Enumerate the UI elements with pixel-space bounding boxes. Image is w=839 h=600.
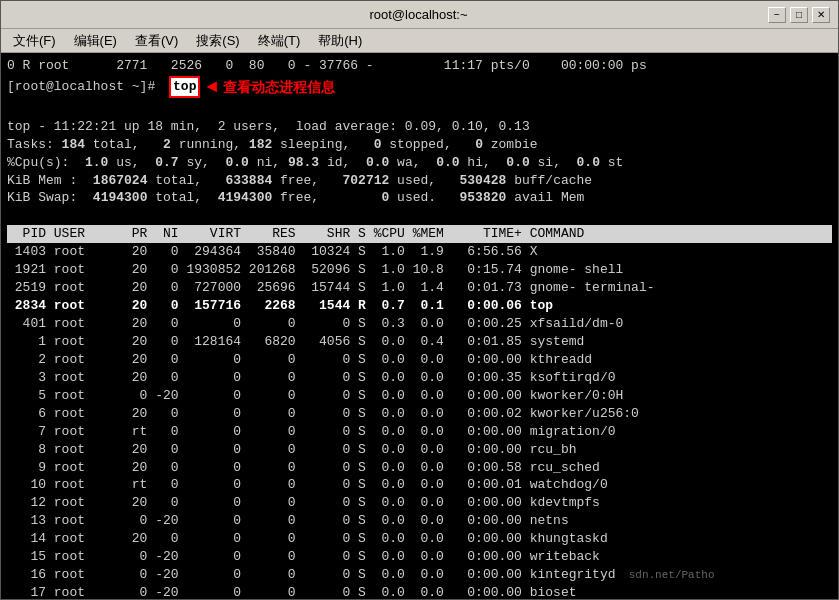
arrow-icon: ◄ bbox=[206, 75, 217, 100]
menu-view[interactable]: 查看(V) bbox=[127, 30, 186, 52]
menu-search[interactable]: 搜索(S) bbox=[188, 30, 247, 52]
process-row-12: 12 root 20 0 0 0 0 S 0.0 0.0 0:00.00 kde… bbox=[7, 494, 832, 512]
menu-help[interactable]: 帮助(H) bbox=[310, 30, 370, 52]
menu-file[interactable]: 文件(F) bbox=[5, 30, 64, 52]
process-row-2834: 2834 root 20 0 157716 2268 1544 R 0.7 0.… bbox=[7, 297, 832, 315]
top-swap-line: KiB Swap: 4194300 total, 4194300 free, 0… bbox=[7, 189, 832, 207]
process-row-1403: 1403 root 20 0 294364 35840 10324 S 1.0 … bbox=[7, 243, 832, 261]
menu-terminal[interactable]: 终端(T) bbox=[250, 30, 309, 52]
process-row-2: 2 root 20 0 0 0 0 S 0.0 0.0 0:00.00 kthr… bbox=[7, 351, 832, 369]
top-time-line: top - 11:22:21 up 18 min, 2 users, load … bbox=[7, 118, 832, 136]
process-row-16: 16 root 0 -20 0 0 0 S 0.0 0.0 0:00.00 ki… bbox=[7, 566, 832, 584]
process-row-13: 13 root 0 -20 0 0 0 S 0.0 0.0 0:00.00 ne… bbox=[7, 512, 832, 530]
maximize-button[interactable]: □ bbox=[790, 7, 808, 23]
process-row-1921: 1921 root 20 0 1930852 201268 52096 S 1.… bbox=[7, 261, 832, 279]
window-title: root@localhost:~ bbox=[69, 7, 768, 22]
menu-edit[interactable]: 编辑(E) bbox=[66, 30, 125, 52]
process-row-5: 5 root 0 -20 0 0 0 S 0.0 0.0 0:00.00 kwo… bbox=[7, 387, 832, 405]
top-tasks-line: Tasks: 184 total, 2 running, 182 sleepin… bbox=[7, 136, 832, 154]
annotation-text: 查看动态进程信息 bbox=[223, 78, 335, 97]
process-row-14: 14 root 20 0 0 0 0 S 0.0 0.0 0:00.00 khu… bbox=[7, 530, 832, 548]
process-row-1: 1 root 20 0 128164 6820 4056 S 0.0 0.4 0… bbox=[7, 333, 832, 351]
process-row-6: 6 root 20 0 0 0 0 S 0.0 0.0 0:00.02 kwor… bbox=[7, 405, 832, 423]
minimize-button[interactable]: − bbox=[768, 7, 786, 23]
shell-prompt: [root@localhost ~]# bbox=[7, 78, 163, 96]
blank-line-1 bbox=[7, 100, 832, 118]
process-row-10: 10 root rt 0 0 0 0 S 0.0 0.0 0:00.01 wat… bbox=[7, 476, 832, 494]
terminal-window: root@localhost:~ − □ ✕ 文件(F) 编辑(E) 查看(V)… bbox=[0, 0, 839, 600]
line-ps-output: 0 R root 2771 2526 0 80 0 - 37766 - 11:1… bbox=[7, 57, 832, 75]
top-mem-line: KiB Mem : 1867024 total, 633884 free, 70… bbox=[7, 172, 832, 190]
line-top-command: [root@localhost ~]# top ◄ 查看动态进程信息 bbox=[7, 75, 832, 100]
terminal-body[interactable]: 0 R root 2771 2526 0 80 0 - 37766 - 11:1… bbox=[1, 53, 838, 599]
process-row-9: 9 root 20 0 0 0 0 S 0.0 0.0 0:00.58 rcu_… bbox=[7, 459, 832, 477]
process-row-3: 3 root 20 0 0 0 0 S 0.0 0.0 0:00.35 ksof… bbox=[7, 369, 832, 387]
top-command[interactable]: top bbox=[169, 76, 200, 98]
process-row-7: 7 root rt 0 0 0 0 S 0.0 0.0 0:00.00 migr… bbox=[7, 423, 832, 441]
window-controls: − □ ✕ bbox=[768, 7, 830, 23]
process-row-401: 401 root 20 0 0 0 0 S 0.3 0.0 0:00.25 xf… bbox=[7, 315, 832, 333]
titlebar: root@localhost:~ − □ ✕ bbox=[1, 1, 838, 29]
close-button[interactable]: ✕ bbox=[812, 7, 830, 23]
process-row-17: 17 root 0 -20 0 0 0 S 0.0 0.0 0:00.00 bi… bbox=[7, 584, 832, 599]
process-row-8: 8 root 20 0 0 0 0 S 0.0 0.0 0:00.00 rcu_… bbox=[7, 441, 832, 459]
process-row-15: 15 root 0 -20 0 0 0 S 0.0 0.0 0:00.00 wr… bbox=[7, 548, 832, 566]
process-table-header: PID USER PR NI VIRT RES SHR S %CPU %MEM … bbox=[7, 225, 832, 243]
top-cpu-line: %Cpu(s): 1.0 us, 0.7 sy, 0.0 ni, 98.3 id… bbox=[7, 154, 832, 172]
blank-line-2 bbox=[7, 207, 832, 225]
process-row-2519: 2519 root 20 0 727000 25696 15744 S 1.0 … bbox=[7, 279, 832, 297]
menubar: 文件(F) 编辑(E) 查看(V) 搜索(S) 终端(T) 帮助(H) bbox=[1, 29, 838, 53]
